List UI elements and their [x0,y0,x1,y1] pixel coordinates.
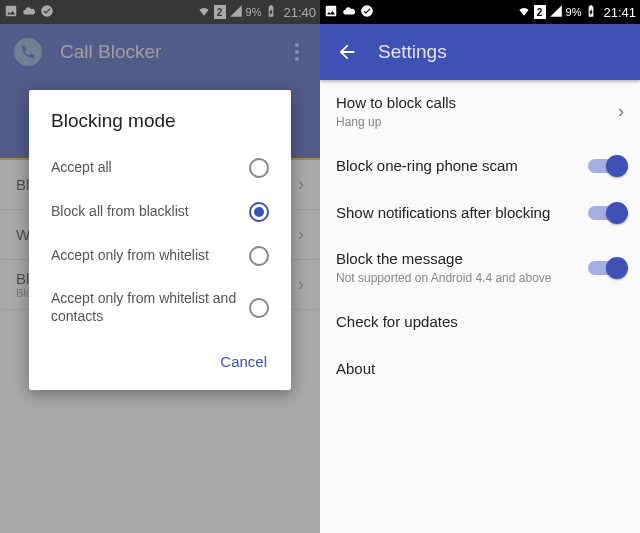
option-label: Accept only from whitelist [51,247,249,265]
settings-row-how-to-block[interactable]: How to block calls Hang up › [320,80,640,143]
status-time: 21:41 [603,5,636,20]
phone-right: 2 9% 21:41 Settings How to block calls H… [320,0,640,533]
settings-row-block-message[interactable]: Block the message Not supported on Andro… [320,236,640,299]
status-bar: 2 9% 21:41 [320,0,640,24]
dialog-scrim[interactable]: Blocking mode Accept all Block all from … [0,0,320,533]
battery-percent: 9% [566,6,582,18]
radio-icon [249,246,269,266]
back-button[interactable] [334,39,360,65]
dialog-option[interactable]: Block all from blacklist [29,190,291,234]
row-subtitle: Not supported on Android 4.4 and above [336,271,578,285]
row-title: About [336,360,614,379]
settings-row-notifications[interactable]: Show notifications after blocking [320,190,640,237]
cancel-button[interactable]: Cancel [210,347,277,376]
app-title: Settings [378,41,447,63]
row-title: Block one-ring phone scam [336,157,578,176]
switch-toggle[interactable] [588,261,624,275]
switch-toggle[interactable] [588,159,624,173]
option-label: Accept only from whitelist and contacts [51,290,249,325]
dialog-option[interactable]: Accept all [29,146,291,190]
dialog-option[interactable]: Accept only from whitelist and contacts [29,278,291,337]
dialog-title: Blocking mode [29,110,291,146]
radio-icon [249,158,269,178]
settings-row-about[interactable]: About [320,346,640,393]
blocking-mode-dialog: Blocking mode Accept all Block all from … [29,90,291,390]
app-bar: Settings [320,24,640,80]
option-label: Accept all [51,159,249,177]
check-icon [360,4,374,21]
row-subtitle: Hang up [336,115,608,129]
settings-row-check-updates[interactable]: Check for updates [320,299,640,346]
switch-toggle[interactable] [588,206,624,220]
settings-list: How to block calls Hang up › Block one-r… [320,80,640,393]
wifi-icon [517,4,531,21]
row-title: Block the message [336,250,578,269]
chevron-right-icon: › [618,101,624,122]
sim-indicator: 2 [534,5,546,19]
row-title: Show notifications after blocking [336,204,578,223]
battery-icon [584,4,598,21]
signal-icon [549,4,563,21]
radio-icon [249,202,269,222]
dialog-option[interactable]: Accept only from whitelist [29,234,291,278]
settings-row-one-ring-scam[interactable]: Block one-ring phone scam [320,143,640,190]
cloud-icon [342,4,356,21]
option-label: Block all from blacklist [51,203,249,221]
phone-left: 2 9% 21:40 Call Blocker Blacklist › Whit… [0,0,320,533]
gallery-icon [324,4,338,21]
radio-icon [249,298,269,318]
row-title: Check for updates [336,313,614,332]
row-title: How to block calls [336,94,608,113]
